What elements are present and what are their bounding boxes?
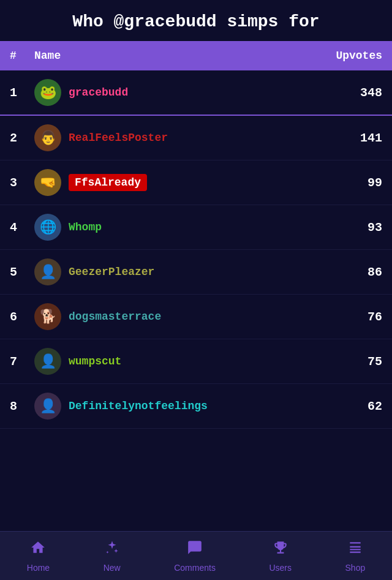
header-rank: # bbox=[10, 50, 34, 62]
upvote-count: 62 bbox=[321, 399, 382, 413]
rank-number: 3 bbox=[10, 176, 34, 190]
nav-comments-label: Comments bbox=[174, 563, 216, 573]
table-row[interactable]: 2👨RealFeelsPoster141 bbox=[0, 116, 392, 160]
username: dogsmasterrace bbox=[69, 311, 161, 323]
avatar: 👤 bbox=[34, 393, 61, 420]
table-row[interactable]: 3🤜FfsAlready99 bbox=[0, 160, 392, 205]
nav-shop-label: Shop bbox=[345, 563, 366, 573]
bottom-navigation: Home New Comments Users Shop bbox=[0, 531, 392, 580]
header-upvotes: Upvotes bbox=[321, 50, 382, 62]
nav-users[interactable]: Users bbox=[269, 540, 292, 573]
avatar: 🤜 bbox=[34, 169, 61, 196]
avatar: 🌐 bbox=[34, 214, 61, 241]
username: Whomp bbox=[69, 221, 102, 233]
upvote-count: 75 bbox=[321, 355, 382, 369]
rank-number: 5 bbox=[10, 265, 34, 279]
shop-icon bbox=[347, 540, 363, 560]
table-row[interactable]: 4🌐Whomp93 bbox=[0, 205, 392, 250]
home-icon bbox=[30, 540, 46, 560]
page-title: Who @gracebudd simps for bbox=[0, 0, 392, 41]
username: RealFeelsPoster bbox=[69, 132, 168, 144]
comment-icon bbox=[187, 540, 203, 560]
leaderboard-table: 1🐸gracebudd3482👨RealFeelsPoster1413🤜FfsA… bbox=[0, 70, 392, 429]
table-row[interactable]: 7👤wumpscut75 bbox=[0, 339, 392, 384]
upvote-count: 86 bbox=[321, 265, 382, 279]
rank-number: 8 bbox=[10, 399, 34, 413]
header-name: Name bbox=[34, 50, 321, 62]
avatar: 🐕 bbox=[34, 303, 61, 330]
upvote-count: 76 bbox=[321, 310, 382, 324]
upvote-count: 99 bbox=[321, 176, 382, 190]
nav-home-label: Home bbox=[27, 563, 50, 573]
rank-number: 7 bbox=[10, 355, 34, 369]
table-row[interactable]: 8👤Definitelynotfeelings62 bbox=[0, 384, 392, 429]
avatar: 👨 bbox=[34, 124, 61, 151]
upvote-count: 348 bbox=[321, 86, 382, 100]
username: wumpscut bbox=[69, 355, 121, 367]
table-row[interactable]: 1🐸gracebudd348 bbox=[0, 70, 392, 116]
nav-new[interactable]: New bbox=[104, 540, 121, 573]
nav-users-label: Users bbox=[269, 563, 292, 573]
trophy-icon bbox=[273, 540, 288, 560]
sparkles-icon bbox=[104, 540, 120, 560]
nav-new-label: New bbox=[104, 563, 121, 573]
nav-comments[interactable]: Comments bbox=[174, 540, 216, 573]
upvote-count: 93 bbox=[321, 220, 382, 235]
nav-home[interactable]: Home bbox=[27, 540, 50, 573]
rank-number: 2 bbox=[10, 131, 34, 145]
avatar: 👤 bbox=[34, 348, 61, 375]
avatar: 👤 bbox=[34, 258, 61, 285]
rank-number: 1 bbox=[10, 86, 34, 100]
avatar: 🐸 bbox=[34, 79, 61, 106]
rank-number: 4 bbox=[10, 220, 34, 235]
table-row[interactable]: 6🐕dogsmasterrace76 bbox=[0, 295, 392, 339]
nav-shop[interactable]: Shop bbox=[345, 540, 366, 573]
username: gracebudd bbox=[69, 86, 128, 99]
rank-number: 6 bbox=[10, 310, 34, 324]
table-header: # Name Upvotes bbox=[0, 41, 392, 70]
username: FfsAlready bbox=[69, 174, 147, 191]
username: Definitelynotfeelings bbox=[69, 400, 208, 412]
table-row[interactable]: 5👤GeezerPleazer86 bbox=[0, 250, 392, 295]
upvote-count: 141 bbox=[321, 131, 382, 145]
username: GeezerPleazer bbox=[69, 266, 154, 278]
